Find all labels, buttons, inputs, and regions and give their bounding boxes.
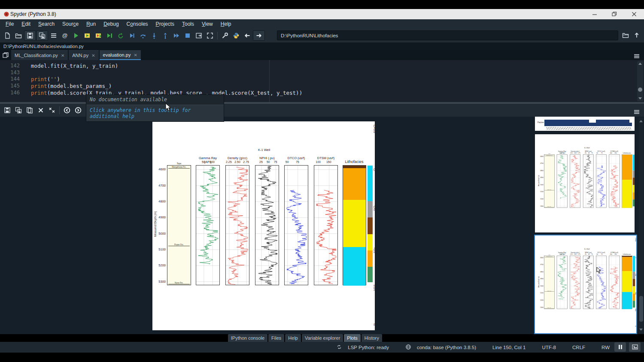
save-all-icon[interactable] (36, 30, 48, 41)
new-file-icon[interactable] (2, 31, 13, 40)
run-cell-icon[interactable] (82, 31, 93, 40)
lithofacies-segment (343, 247, 366, 286)
menu-file[interactable]: File (2, 20, 18, 28)
y-tick-label: 4800 (152, 199, 166, 203)
menu-view[interactable]: View (198, 20, 217, 28)
line-number: 146 (10, 90, 20, 96)
editor-scrollbar[interactable] (637, 61, 643, 101)
scroll-up-arrow[interactable] (639, 120, 643, 122)
menu-tools[interactable]: Tools (178, 20, 198, 28)
thumbnail-facies-chart[interactable]: Facies (535, 117, 635, 131)
close-button[interactable] (624, 9, 644, 19)
x-tick-label: 2.75 (241, 160, 251, 163)
editor-tab-ml_classification-py[interactable]: ML_Classification.py✕ (11, 50, 68, 60)
scroll-down-arrow[interactable] (638, 97, 642, 100)
menu-consoles[interactable]: Consoles (123, 20, 152, 28)
legend-segment (368, 166, 373, 201)
new-window-icon[interactable] (193, 31, 204, 40)
save-all-icon[interactable] (13, 106, 24, 115)
run-cell-adv-icon[interactable] (93, 31, 104, 40)
letterbox-bottom (0, 353, 644, 362)
save-icon[interactable] (24, 30, 36, 41)
save-icon[interactable] (2, 106, 13, 115)
thumbnail-well-log-2[interactable]: K-1 WellMeasured Depth (m)46004700480049… (534, 235, 637, 334)
menu-edit[interactable]: Edit (18, 20, 34, 28)
tooltip-help-link[interactable]: Click anywhere in this tooltip for addit… (86, 105, 224, 121)
next-icon[interactable] (73, 106, 84, 115)
tab-close-icon[interactable]: ✕ (91, 53, 95, 58)
browse-tabs-icon[interactable] (0, 50, 11, 60)
log-track-dtsm-us-f- (314, 165, 338, 285)
menu-help[interactable]: Help (217, 20, 235, 28)
minimize-button[interactable] (585, 9, 605, 19)
y-tick-label: 4800 (538, 271, 544, 273)
fullscreen-icon[interactable] (204, 31, 216, 40)
debug-run-icon[interactable] (126, 31, 137, 40)
tab-close-icon[interactable]: ✕ (134, 53, 137, 57)
step-over-icon[interactable] (137, 31, 149, 40)
tabbar-options-icon[interactable] (631, 51, 642, 61)
scrollbar-handle[interactable] (638, 87, 642, 92)
python-icon[interactable] (231, 31, 242, 40)
pause-button[interactable] (614, 342, 626, 352)
stop-icon[interactable] (182, 31, 193, 40)
menu-search[interactable]: Search (34, 20, 58, 28)
back-icon[interactable] (242, 31, 253, 40)
copy-icon[interactable] (24, 106, 35, 115)
up-icon[interactable] (631, 30, 642, 40)
legend-segment (633, 287, 635, 294)
track-title: DTCO (us/f) (596, 151, 607, 152)
y-tick-label: 5100 (538, 292, 544, 294)
close-icon[interactable] (35, 106, 46, 115)
formation-marker-line (168, 246, 190, 246)
plots-scrollbar[interactable] (639, 118, 644, 333)
open-folder-icon[interactable] (13, 31, 24, 40)
working-directory-field[interactable]: D:\PythonRUN\Lithofacies (277, 30, 618, 40)
step-into-icon[interactable] (149, 31, 160, 40)
at-icon[interactable]: @ (59, 31, 70, 40)
scroll-down-arrow[interactable] (639, 329, 643, 331)
continue-icon[interactable] (171, 31, 182, 40)
menu-source[interactable]: Source (58, 20, 82, 28)
close-all-icon[interactable] (46, 106, 58, 115)
pane-tab-history[interactable]: History (361, 334, 382, 342)
menu-projects[interactable]: Projects (152, 20, 178, 28)
documentation-tooltip[interactable]: No documentation available Click anywher… (86, 94, 224, 122)
pane-tab-files[interactable]: Files (268, 334, 284, 342)
scrollbar-handle[interactable] (639, 296, 643, 322)
x-tick-label: 100 (207, 160, 217, 163)
track-title: Density (g/cc) (570, 252, 580, 253)
pane-tab-variable-explorer[interactable]: Variable explorer (302, 334, 343, 342)
rerun-icon[interactable] (115, 31, 126, 40)
open-folder-icon[interactable] (620, 30, 631, 40)
facies-legend-strip (633, 154, 635, 208)
forward-icon[interactable] (253, 30, 265, 41)
menu-run[interactable]: Run (82, 20, 100, 28)
mouse-cursor (165, 103, 173, 113)
cells-icon[interactable] (48, 31, 59, 40)
scroll-up-arrow[interactable] (638, 63, 642, 65)
pane-tab-help[interactable]: Help (285, 334, 301, 342)
run-icon[interactable] (70, 31, 82, 40)
log-track-nphi-pu- (583, 256, 594, 309)
code-token: model.fit(X_train, y_train) (31, 63, 118, 69)
hamburger-icon[interactable] (631, 107, 642, 117)
pane-tab-plots[interactable]: Plots (344, 334, 360, 342)
wrench-icon[interactable] (219, 31, 231, 40)
tab-close-icon[interactable]: ✕ (61, 53, 64, 58)
run-sel-icon[interactable] (104, 31, 115, 40)
step-out-icon[interactable] (160, 31, 171, 40)
menu-debug[interactable]: Debug (100, 20, 122, 28)
formation-marker-line (168, 284, 190, 284)
editor-tabbar: ML_Classification.py✕ANN.py✕evaluation.p… (0, 50, 644, 60)
mouse-cursor-in-thumbnail (596, 267, 602, 276)
editor-tab-evaluation-py[interactable]: evaluation.py✕ (100, 50, 141, 60)
editor-tab-ann-py[interactable]: ANN.py✕ (69, 50, 98, 60)
pane-tab-ipython-console[interactable]: IPython console (228, 334, 267, 342)
plots-options-icon[interactable] (631, 107, 642, 117)
prev-icon[interactable] (61, 106, 73, 115)
thumbnail-well-log-1[interactable]: K-1 WellMeasured Depth (m)46004700480049… (535, 134, 635, 232)
hamburger-icon[interactable] (631, 51, 642, 61)
panel-image-button[interactable] (629, 342, 641, 352)
restore-button[interactable] (605, 9, 624, 19)
